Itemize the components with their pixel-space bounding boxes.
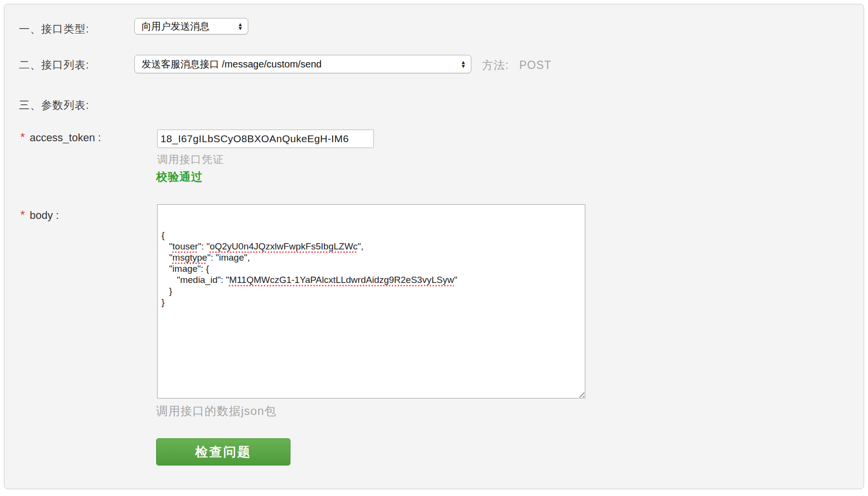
method-value: POST bbox=[519, 59, 552, 71]
required-asterisk: * bbox=[20, 131, 25, 144]
interface-list-label: 二、接口列表: bbox=[19, 58, 89, 72]
http-method: 方法: POST bbox=[482, 58, 551, 73]
access-token-hint: 调用接口凭证 bbox=[157, 152, 224, 167]
method-label: 方法: bbox=[482, 59, 509, 71]
check-problem-button[interactable]: 检查问题 bbox=[156, 438, 290, 465]
param-list-label: 三、参数列表: bbox=[19, 98, 89, 113]
select-stepper-icon: ▲▼ bbox=[238, 22, 243, 30]
interface-list-select[interactable]: 发送客服消息接口 /message/custom/send ▲▼ bbox=[134, 55, 471, 73]
textarea-resize-handle[interactable] bbox=[577, 390, 584, 397]
body-label: *body : bbox=[20, 208, 59, 222]
interface-type-label: 一、接口类型: bbox=[19, 22, 89, 36]
access-token-input[interactable]: 18_I67gILbSCyO8BXOAnQukeEgH-IM6 bbox=[157, 130, 374, 148]
debug-tool-panel: 一、接口类型: 向用户发送消息 ▲▼ 二、接口列表: 发送客服消息接口 /mes… bbox=[4, 4, 864, 489]
body-json-content: { "touser": "oQ2yU0n4JQzxlwFwpkFs5IbgLZW… bbox=[161, 230, 581, 308]
access-token-label: *access_token : bbox=[20, 131, 101, 144]
required-asterisk: * bbox=[20, 208, 25, 221]
body-hint: 调用接口的数据json包 bbox=[156, 403, 276, 419]
interface-type-selected-value: 向用户发送消息 bbox=[142, 20, 209, 33]
interface-list-selected-value: 发送客服消息接口 /message/custom/send bbox=[142, 58, 321, 71]
body-textarea[interactable]: { "touser": "oQ2yU0n4JQzxlwFwpkFs5IbgLZW… bbox=[157, 204, 585, 398]
token-validation-status: 校验通过 bbox=[156, 169, 203, 184]
select-stepper-icon: ▲▼ bbox=[461, 60, 466, 68]
interface-type-select[interactable]: 向用户发送消息 ▲▼ bbox=[134, 18, 248, 34]
access-token-value: 18_I67gILbSCyO8BXOAnQukeEgH-IM6 bbox=[161, 133, 349, 145]
check-problem-button-label: 检查问题 bbox=[195, 444, 252, 461]
